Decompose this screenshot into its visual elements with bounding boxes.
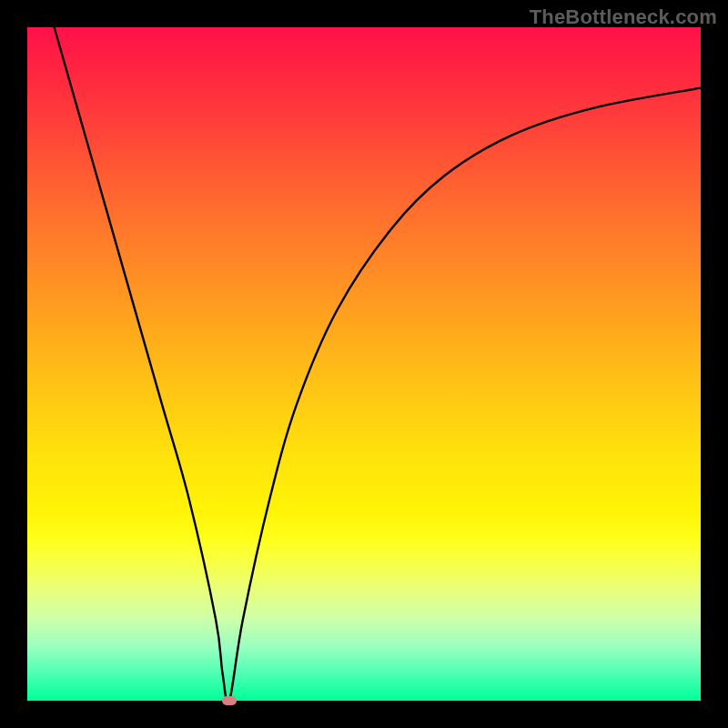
watermark-text: TheBottleneck.com: [530, 5, 717, 29]
curve-svg: [27, 27, 701, 701]
bottleneck-curve: [55, 27, 701, 703]
plot-area: [27, 27, 701, 701]
minimum-marker: [222, 696, 237, 705]
chart-frame: TheBottleneck.com: [0, 0, 728, 728]
